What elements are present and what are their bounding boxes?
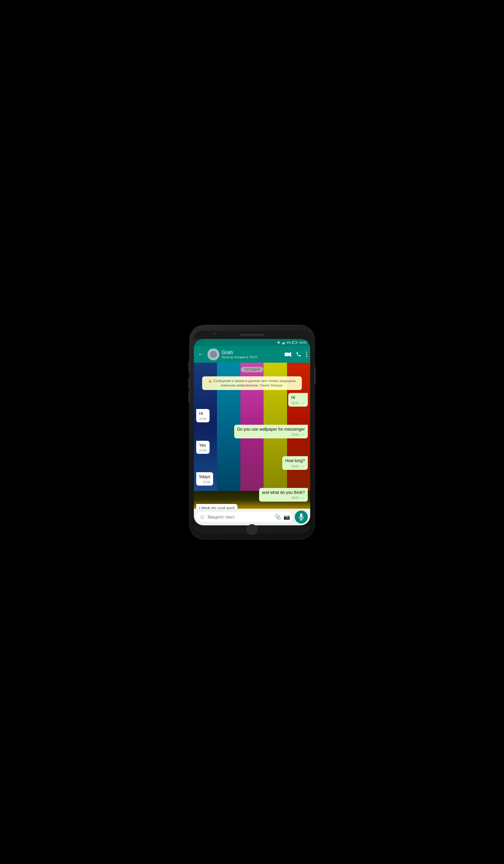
emoji-button[interactable]: ☺ — [199, 514, 205, 520]
svg-rect-2 — [283, 343, 284, 344]
date-badge: СЕГОДНЯ — [241, 367, 263, 372]
message-text: Hi — [199, 411, 203, 416]
message-meta: 19:05 ✓✓ — [291, 401, 305, 406]
phone-top-bar — [194, 331, 310, 339]
message-bubble: Hi 19:05 — [196, 409, 209, 422]
time-text: 19:07 — [299, 341, 307, 344]
camera-button[interactable]: 📷 — [284, 514, 290, 520]
message-row: Hi 19:05 — [196, 409, 308, 422]
speaker-grille — [240, 334, 264, 336]
message-meta: 19:06 — [199, 448, 207, 453]
message-bubble: How long? 19:06 ✓✓ — [282, 456, 308, 470]
message-meta: 19:05 ✓✓ — [237, 432, 305, 437]
message-time: 19:06 — [291, 496, 299, 500]
svg-point-0 — [278, 344, 279, 344]
message-bubble: Yes 19:06 — [196, 441, 209, 454]
phone-bottom-bar — [194, 525, 310, 533]
svg-point-11 — [306, 354, 307, 355]
svg-rect-1 — [282, 343, 283, 344]
read-receipt: ✓✓ — [300, 401, 305, 406]
home-button[interactable] — [247, 524, 257, 535]
message-bubble: Do you use wallpaper for messenger 19:05… — [234, 425, 308, 439]
back-button[interactable]: ← — [197, 350, 205, 359]
read-receipt: ✓✓ — [300, 496, 305, 501]
message-row: I think it's cool app) 19:07 — [196, 504, 308, 509]
message-time: 19:06 — [203, 480, 210, 484]
message-meta: 19:06 ✓✓ — [262, 496, 305, 501]
input-bar: ☺ 📎 📷 — [194, 509, 310, 525]
message-text: Do you use wallpaper for messenger — [237, 427, 305, 432]
svg-rect-7 — [293, 341, 293, 344]
chat-area: СЕГОДНЯ 🔒 Сообщения и звонки в данном ча… — [194, 363, 310, 509]
front-camera — [213, 333, 216, 335]
attach-button[interactable]: 📎 — [275, 514, 281, 520]
header-actions — [285, 352, 307, 357]
contact-status: был(-а) сегодня в 19:07 — [222, 355, 282, 359]
svg-rect-3 — [284, 342, 284, 344]
svg-rect-13 — [300, 514, 302, 518]
message-time: 19:05 — [199, 417, 207, 421]
svg-rect-4 — [285, 341, 285, 344]
message-bubble: I think it's cool app) 19:07 — [196, 504, 238, 509]
message-text: Hi — [291, 395, 295, 400]
call-icon[interactable] — [296, 352, 301, 357]
encryption-notice: 🔒 Сообщения и звонки в данном чате тепер… — [202, 376, 302, 390]
message-row: Do you use wallpaper for messenger 19:05… — [196, 425, 308, 439]
phone-device: 8% 19:07 ← Grish был(-а) сегодня в 19:07 — [190, 325, 314, 539]
message-time: 19:06 — [199, 448, 207, 453]
video-call-icon[interactable] — [285, 352, 291, 357]
status-bar: 8% 19:07 — [194, 339, 310, 346]
message-time: 19:05 — [291, 401, 299, 406]
svg-point-10 — [306, 352, 307, 353]
message-row: Hi 19:05 ✓✓ — [196, 393, 308, 407]
messages-container: СЕГОДНЯ 🔒 Сообщения и звонки в данном ча… — [194, 363, 310, 509]
message-meta: 19:06 — [199, 480, 210, 484]
message-text: Yes — [199, 443, 206, 447]
encryption-text: 🔒 Сообщения и звонки в данном чате тепер… — [206, 379, 298, 388]
message-text: 5days — [199, 474, 210, 479]
status-icons: 8% 19:07 — [277, 341, 307, 344]
signal-icon — [282, 341, 286, 344]
message-text: I think it's cool app) — [199, 506, 235, 509]
chat-header: ← Grish был(-а) сегодня в 19:07 — [194, 346, 310, 363]
message-row: How long? 19:06 ✓✓ — [196, 456, 308, 470]
message-row: 5days 19:06 — [196, 472, 308, 485]
read-receipt: ✓✓ — [300, 432, 305, 437]
more-options-icon[interactable] — [306, 352, 307, 357]
message-input[interactable] — [207, 515, 272, 519]
message-row: and what do you think? 19:06 ✓✓ — [196, 488, 308, 502]
svg-rect-6 — [297, 342, 298, 343]
avatar-inner — [210, 351, 217, 358]
avatar — [207, 348, 219, 360]
wifi-icon — [277, 341, 281, 344]
message-meta: 19:05 — [199, 417, 207, 421]
message-text: How long? — [285, 458, 305, 463]
message-text: and what do you think? — [262, 490, 305, 495]
contact-name[interactable]: Grish — [222, 350, 282, 355]
input-wrap: ☺ 📎 📷 — [196, 512, 293, 522]
message-bubble: and what do you think? 19:06 ✓✓ — [259, 488, 308, 502]
svg-marker-9 — [289, 352, 291, 357]
message-bubble: Hi 19:05 ✓✓ — [288, 393, 308, 407]
svg-rect-8 — [285, 352, 289, 356]
message-time: 19:05 — [291, 433, 299, 437]
phone-screen: 8% 19:07 ← Grish был(-а) сегодня в 19:07 — [194, 339, 310, 525]
message-meta: 19:06 ✓✓ — [285, 464, 305, 469]
read-receipt: ✓✓ — [300, 464, 305, 469]
mic-icon — [299, 514, 304, 520]
contact-info: Grish был(-а) сегодня в 19:07 — [222, 350, 282, 359]
battery-text: 8% — [287, 341, 291, 344]
message-bubble: 5days 19:06 — [196, 472, 213, 485]
svg-point-12 — [306, 356, 307, 357]
battery-icon — [292, 341, 298, 344]
message-time: 19:06 — [291, 465, 299, 469]
message-row: Yes 19:06 — [196, 441, 308, 454]
mic-button[interactable] — [295, 511, 308, 524]
